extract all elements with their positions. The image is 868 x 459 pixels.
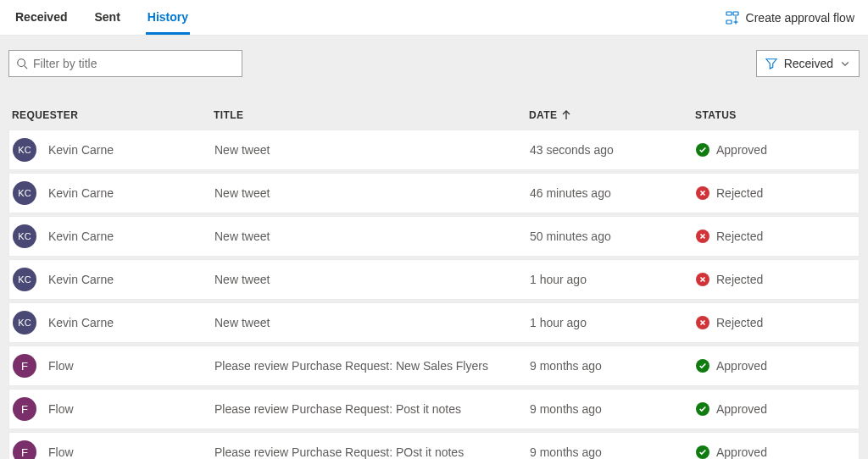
tab-history[interactable]: History bbox=[146, 0, 190, 35]
cross-circle-icon bbox=[696, 273, 709, 286]
table-row[interactable]: KCKevin CarneNew tweet46 minutes agoReje… bbox=[8, 173, 860, 213]
requester-cell: KCKevin Carne bbox=[13, 268, 214, 291]
table-row[interactable]: FFlowPlease review Purchase Request: New… bbox=[8, 346, 860, 386]
column-header-requester-label: REQUESTER bbox=[12, 109, 78, 121]
column-header-title[interactable]: TITLE bbox=[214, 109, 529, 121]
table-row[interactable]: FFlowPlease review Purchase Request: POs… bbox=[8, 432, 860, 459]
avatar: KC bbox=[13, 138, 36, 162]
requester-name: Flow bbox=[48, 402, 74, 416]
column-header-status-label: STATUS bbox=[695, 109, 737, 121]
requester-name: Kevin Carne bbox=[48, 143, 114, 157]
status-cell: Rejected bbox=[696, 186, 855, 200]
column-header-title-label: TITLE bbox=[214, 109, 243, 121]
check-circle-icon bbox=[696, 445, 709, 459]
status-label: Approved bbox=[716, 143, 767, 157]
cross-circle-icon bbox=[696, 230, 709, 243]
column-header-date[interactable]: DATE bbox=[529, 109, 695, 121]
check-circle-icon bbox=[696, 143, 709, 157]
avatar: KC bbox=[13, 181, 36, 205]
cross-circle-icon bbox=[696, 186, 709, 200]
date-cell: 46 minutes ago bbox=[530, 186, 696, 200]
chevron-down-icon bbox=[840, 58, 850, 69]
avatar: KC bbox=[13, 268, 36, 291]
filterbar: Received REQUESTER TITLE DATE STATUS bbox=[0, 36, 868, 130]
title-cell: Please review Purchase Request: POst it … bbox=[214, 445, 530, 459]
avatar: KC bbox=[13, 224, 36, 248]
check-circle-icon bbox=[696, 402, 709, 416]
sort-asc-icon bbox=[562, 110, 570, 120]
requester-cell: FFlow bbox=[13, 440, 214, 459]
search-icon bbox=[16, 58, 28, 69]
table-row[interactable]: KCKevin CarneNew tweet1 hour agoRejected bbox=[8, 259, 860, 300]
status-label: Approved bbox=[716, 402, 767, 416]
title-cell: New tweet bbox=[214, 273, 530, 286]
table-row[interactable]: FFlowPlease review Purchase Request: Pos… bbox=[8, 389, 860, 429]
avatar: F bbox=[13, 397, 36, 421]
requester-name: Flow bbox=[48, 445, 74, 459]
avatar: F bbox=[13, 440, 36, 459]
status-label: Approved bbox=[716, 359, 767, 373]
requester-name: Kevin Carne bbox=[48, 273, 114, 286]
date-cell: 9 months ago bbox=[530, 359, 696, 373]
column-header-requester[interactable]: REQUESTER bbox=[12, 109, 214, 121]
tab-received[interactable]: Received bbox=[14, 0, 69, 35]
filter-by-title-input[interactable] bbox=[33, 57, 235, 70]
requester-name: Kevin Carne bbox=[48, 316, 114, 329]
date-cell: 1 hour ago bbox=[530, 316, 696, 329]
title-cell: New tweet bbox=[214, 143, 530, 157]
create-approval-flow-label: Create approval flow bbox=[746, 11, 854, 25]
date-cell: 50 minutes ago bbox=[530, 230, 696, 243]
title-cell: New tweet bbox=[214, 230, 530, 243]
search-wrap[interactable] bbox=[8, 50, 242, 77]
svg-rect-2 bbox=[726, 20, 732, 24]
requester-cell: FFlow bbox=[13, 354, 214, 378]
title-cell: Please review Purchase Request: New Sale… bbox=[214, 359, 530, 373]
received-filter-button[interactable]: Received bbox=[756, 50, 860, 77]
status-label: Approved bbox=[716, 445, 767, 459]
flow-icon bbox=[726, 11, 739, 25]
title-cell: Please review Purchase Request: Post it … bbox=[214, 402, 530, 416]
status-cell: Approved bbox=[696, 143, 855, 157]
svg-line-4 bbox=[25, 66, 28, 69]
received-filter-label: Received bbox=[784, 57, 833, 70]
status-label: Rejected bbox=[716, 230, 763, 243]
status-cell: Rejected bbox=[696, 273, 855, 286]
requester-cell: KCKevin Carne bbox=[13, 224, 214, 248]
check-circle-icon bbox=[696, 359, 709, 373]
column-headers: REQUESTER TITLE DATE STATUS bbox=[12, 109, 856, 121]
requester-name: Flow bbox=[48, 359, 74, 373]
status-cell: Approved bbox=[696, 402, 855, 416]
title-cell: New tweet bbox=[214, 186, 530, 200]
column-header-date-label: DATE bbox=[529, 109, 557, 121]
create-approval-flow-link[interactable]: Create approval flow bbox=[726, 1, 854, 35]
date-cell: 9 months ago bbox=[530, 402, 696, 416]
avatar: F bbox=[13, 354, 36, 378]
requester-name: Kevin Carne bbox=[48, 186, 114, 200]
avatar: KC bbox=[13, 311, 36, 335]
table-row[interactable]: KCKevin CarneNew tweet43 seconds agoAppr… bbox=[8, 130, 860, 170]
tabbar: Received Sent History Create approval fl… bbox=[0, 0, 868, 36]
rows-container: KCKevin CarneNew tweet43 seconds agoAppr… bbox=[0, 130, 868, 459]
status-cell: Rejected bbox=[696, 230, 855, 243]
cross-circle-icon bbox=[696, 316, 709, 329]
requester-cell: KCKevin Carne bbox=[13, 181, 214, 205]
svg-rect-1 bbox=[733, 12, 738, 15]
table-row[interactable]: KCKevin CarneNew tweet50 minutes agoReje… bbox=[8, 216, 860, 257]
requester-cell: FFlow bbox=[13, 397, 214, 421]
requester-cell: KCKevin Carne bbox=[13, 138, 214, 162]
column-header-status[interactable]: STATUS bbox=[695, 109, 856, 121]
tabs: Received Sent History bbox=[14, 0, 190, 35]
status-cell: Approved bbox=[696, 445, 855, 459]
date-cell: 1 hour ago bbox=[530, 273, 696, 286]
status-label: Rejected bbox=[716, 186, 763, 200]
requester-name: Kevin Carne bbox=[48, 230, 114, 243]
tab-sent[interactable]: Sent bbox=[92, 0, 121, 35]
requester-cell: KCKevin Carne bbox=[13, 311, 214, 335]
table-row[interactable]: KCKevin CarneNew tweet1 hour agoRejected bbox=[8, 302, 860, 343]
status-cell: Approved bbox=[696, 359, 855, 373]
date-cell: 43 seconds ago bbox=[530, 143, 696, 157]
status-label: Rejected bbox=[716, 273, 763, 286]
svg-rect-0 bbox=[726, 12, 732, 15]
status-cell: Rejected bbox=[696, 316, 855, 329]
date-cell: 9 months ago bbox=[530, 445, 696, 459]
